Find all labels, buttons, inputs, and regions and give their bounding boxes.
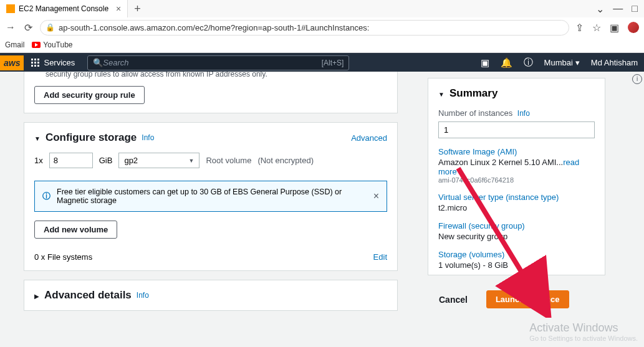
services-grid-icon	[31, 59, 40, 67]
svg-rect-0	[6, 4, 15, 13]
new-tab-button[interactable]: +	[128, 2, 147, 16]
svg-rect-9	[31, 65, 33, 67]
browser-tab[interactable]: EC2 Management Console ×	[0, 0, 128, 17]
expand-icon	[34, 290, 39, 301]
ami-id: ami-074dc0a6f6c764218	[438, 176, 595, 184]
star-icon[interactable]: ☆	[592, 22, 601, 34]
collapse-icon	[438, 88, 445, 99]
configure-storage-panel: Configure storage Info Advanced 1x GiB g…	[24, 122, 398, 271]
aws-search[interactable]: 🔍 [Alt+S]	[87, 55, 349, 70]
svg-rect-8	[37, 62, 39, 64]
notifications-icon[interactable]: 🔔	[501, 57, 512, 69]
configure-storage-header[interactable]: Configure storage Info Advanced	[24, 123, 397, 153]
file-systems-count: 0 x File systems	[34, 252, 92, 262]
svg-rect-10	[34, 65, 36, 67]
search-icon: 🔍	[93, 58, 103, 67]
url-text: ap-south-1.console.aws.amazon.com/ec2/ho…	[59, 23, 369, 32]
bookmark-gmail[interactable]: Gmail	[5, 40, 24, 49]
summary-panel: Summary Number of instances Info Softwar…	[428, 78, 605, 275]
storage-value: 1 volume(s) - 8 GiB	[438, 260, 595, 270]
firewall-value: New security group	[438, 232, 595, 241]
bookmark-bar: Gmail YouTube	[0, 37, 644, 52]
maximize-icon[interactable]: □	[632, 3, 638, 15]
add-security-group-rule-button[interactable]: Add security group rule	[34, 86, 145, 104]
help-icon[interactable]: ⓘ	[524, 57, 533, 69]
ami-value: Amazon Linux 2 Kernel 5.10 AMI...read mo…	[438, 158, 595, 176]
file-systems-row: 0 x File systems Edit	[24, 247, 397, 270]
svg-rect-5	[37, 59, 39, 60]
svg-rect-7	[34, 62, 36, 64]
address-bar: → ⟳ 🔒 ap-south-1.console.aws.amazon.com/…	[0, 17, 644, 37]
volume-size-input[interactable]	[49, 153, 93, 168]
svg-rect-4	[34, 59, 36, 60]
alert-text: Free tier eligible customers can get up …	[57, 188, 367, 205]
root-volume-label: Root volume	[206, 156, 251, 165]
caret-down-icon: ▾	[575, 58, 580, 67]
advanced-details-header[interactable]: Advanced details Info	[24, 280, 397, 310]
sg-warning-text: security group rules to allow access fro…	[24, 72, 397, 86]
svg-rect-3	[31, 59, 33, 60]
num-instances-label: Number of instances Info	[438, 108, 595, 118]
chevron-down-icon: ▼	[188, 158, 194, 164]
firewall-link[interactable]: Firewall (security group)	[438, 221, 595, 231]
user-menu[interactable]: Md Ahtisham	[591, 58, 638, 67]
tab-title: EC2 Management Console	[19, 4, 108, 13]
instance-type-value: t2.micro	[438, 203, 595, 212]
advanced-details-panel: Advanced details Info	[24, 280, 398, 311]
advanced-link[interactable]: Advanced	[351, 133, 387, 143]
search-input[interactable]	[103, 58, 321, 67]
info-link[interactable]: Info	[517, 109, 530, 118]
chevron-down-icon[interactable]: ⌄	[596, 3, 604, 15]
minimize-icon[interactable]: —	[613, 3, 623, 15]
aws-logo[interactable]: aws	[0, 55, 24, 70]
num-instances-input[interactable]	[438, 121, 595, 138]
cancel-button[interactable]: Cancel	[439, 295, 468, 305]
forward-icon[interactable]: →	[5, 22, 16, 33]
free-tier-alert: ⓘ Free tier eligible customers can get u…	[34, 181, 387, 212]
cloudshell-icon[interactable]: ▣	[481, 57, 489, 69]
tab-close-icon[interactable]: ×	[116, 4, 121, 14]
tab-bar: EC2 Management Console × + ⌄ — □	[0, 0, 644, 17]
reload-icon[interactable]: ⟳	[22, 22, 34, 34]
lock-icon: 🔒	[46, 23, 55, 32]
windows-activation-watermark: Activate Windows Go to Settings to activ…	[529, 321, 638, 342]
svg-rect-6	[31, 62, 33, 64]
volume-count: 1x	[34, 156, 43, 165]
youtube-icon	[32, 42, 41, 48]
collapse-icon	[34, 132, 41, 143]
extensions-icon[interactable]: ▣	[610, 22, 619, 34]
info-link[interactable]: Info	[142, 133, 154, 142]
launch-instance-button[interactable]: Launch instance	[486, 290, 569, 308]
services-menu[interactable]: Services	[24, 58, 82, 67]
bookmark-youtube[interactable]: YouTube	[32, 40, 72, 49]
url-box[interactable]: 🔒 ap-south-1.console.aws.amazon.com/ec2/…	[40, 20, 569, 36]
root-volume-row: 1x GiB gp2 ▼ Root volume (Not encrypted)	[24, 153, 397, 176]
alert-close-icon[interactable]: ×	[373, 191, 379, 202]
browser-chrome: EC2 Management Console × + ⌄ — □ → ⟳ 🔒 a…	[0, 0, 644, 53]
volume-type-select[interactable]: gp2 ▼	[118, 153, 199, 168]
share-icon[interactable]: ⇪	[575, 22, 584, 34]
encryption-label: (Not encrypted)	[257, 156, 314, 165]
action-row: Cancel Launch instance	[428, 282, 605, 317]
summary-header[interactable]: Summary	[438, 87, 595, 100]
instance-type-link[interactable]: Virtual server type (instance type)	[438, 193, 595, 202]
aws-favicon	[6, 4, 15, 13]
region-selector[interactable]: Mumbai ▾	[544, 58, 580, 67]
svg-rect-11	[37, 65, 39, 67]
info-icon: ⓘ	[42, 191, 50, 202]
ami-link[interactable]: Software Image (AMI)	[438, 147, 595, 156]
aws-top-nav: aws Services 🔍 [Alt+S] ▣ 🔔 ⓘ Mumbai ▾ Md…	[0, 53, 644, 72]
search-shortcut: [Alt+S]	[322, 59, 344, 67]
security-group-panel: security group rules to allow access fro…	[24, 72, 398, 113]
edit-file-systems-link[interactable]: Edit	[373, 252, 387, 262]
info-icon[interactable]: i	[632, 74, 642, 84]
storage-link[interactable]: Storage (volumes)	[438, 250, 595, 259]
profile-avatar[interactable]	[628, 22, 639, 33]
info-link[interactable]: Info	[137, 291, 149, 300]
add-volume-button[interactable]: Add new volume	[34, 221, 117, 239]
size-unit: GiB	[99, 156, 113, 165]
